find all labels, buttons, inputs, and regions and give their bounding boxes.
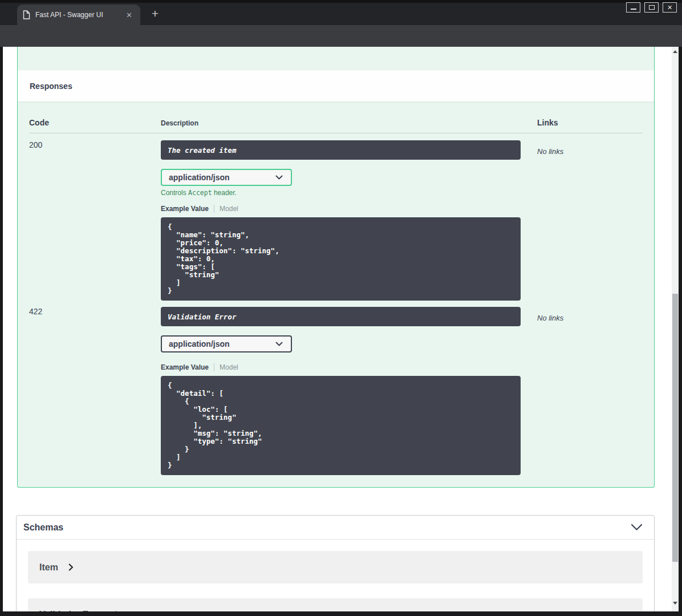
tab-title: Fast API - Swagger UI — [35, 11, 124, 19]
response-links-cell: No links — [537, 307, 643, 475]
maximize-button[interactable] — [644, 2, 659, 13]
chevron-down-icon — [275, 175, 283, 180]
response-row-422: 422 Validation Error application/json Ex… — [29, 301, 643, 475]
media-type-value: application/json — [169, 173, 230, 182]
window-edge-left — [0, 47, 3, 616]
response-description: Validation Error — [161, 307, 521, 326]
tab-example-value[interactable]: Example Value — [161, 205, 209, 213]
window-controls: ✕ — [626, 2, 677, 13]
response-description: The created item — [161, 140, 521, 160]
example-model-tabs: Example Value Model — [161, 205, 537, 213]
chevron-down-icon — [275, 342, 283, 347]
schemas-title: Schemas — [23, 522, 63, 533]
operation-block: Responses Code Description Links 200 The… — [17, 47, 655, 488]
tab-close-icon[interactable]: ✕ — [124, 10, 135, 20]
schemas-section: Schemas Item ValidationError — [16, 515, 655, 611]
new-tab-button[interactable]: + — [147, 6, 163, 22]
close-window-button[interactable]: ✕ — [663, 2, 677, 13]
response-code: 200 — [29, 140, 161, 301]
browser-tab[interactable]: Fast API - Swagger UI ✕ — [17, 5, 140, 25]
window-edge-right — [679, 47, 682, 616]
schema-card-validationerror[interactable]: ValidationError — [28, 598, 643, 611]
tab-model[interactable]: Model — [220, 205, 238, 213]
hint-prefix: Controls — [161, 189, 188, 197]
responses-table-header: Code Description Links — [29, 118, 643, 127]
window-edge-bottom — [0, 611, 682, 616]
column-header-description: Description — [161, 119, 537, 127]
column-header-code: Code — [29, 118, 161, 127]
column-header-links: Links — [537, 118, 643, 127]
tab-example-value[interactable]: Example Value — [161, 363, 209, 371]
no-links-text: No links — [537, 140, 643, 156]
chevron-down-icon[interactable] — [631, 524, 643, 531]
schemas-list: Item ValidationError — [17, 540, 654, 611]
scrollbar[interactable] — [672, 47, 679, 611]
responses-title: Responses — [30, 82, 72, 91]
response-links-cell: No links — [537, 140, 643, 301]
chevron-right-icon — [68, 564, 74, 571]
schema-card-item[interactable]: Item — [28, 551, 643, 583]
response-code: 422 — [29, 307, 161, 475]
minimize-icon — [631, 9, 636, 10]
hint-suffix: header. — [212, 189, 237, 197]
response-description-cell: Validation Error application/json Exampl… — [161, 307, 537, 475]
close-window-icon: ✕ — [667, 5, 672, 11]
scrollbar-down-icon[interactable] — [673, 602, 677, 605]
document-icon — [23, 10, 30, 19]
example-json-block: { "detail": [ { "loc": [ "string" ], "ms… — [161, 376, 521, 475]
schemas-header[interactable]: Schemas — [17, 516, 654, 540]
example-json-block: { "name": "string", "price": 0, "descrip… — [161, 217, 521, 301]
scrollbar-up-icon[interactable] — [673, 50, 677, 53]
response-row-200: 200 The created item application/json Co… — [29, 133, 643, 301]
page-content: Responses Code Description Links 200 The… — [3, 47, 672, 611]
media-type-select[interactable]: application/json — [161, 169, 292, 186]
window-top-border — [0, 0, 682, 3]
response-description-cell: The created item application/json Contro… — [161, 140, 537, 301]
responses-table: Code Description Links 200 The created i… — [18, 118, 654, 475]
tab-strip: Fast API - Swagger UI ✕ + ✕ — [0, 0, 682, 25]
tab-separator — [214, 205, 214, 213]
minimize-button[interactable] — [626, 2, 640, 13]
responses-section-header: Responses — [18, 70, 654, 102]
accept-header-hint: Controls Accept header. — [161, 189, 537, 197]
schema-name: Item — [39, 562, 58, 573]
media-type-value: application/json — [169, 339, 230, 348]
example-model-tabs: Example Value Model — [161, 363, 537, 371]
scrollbar-thumb[interactable] — [672, 294, 678, 562]
tab-separator — [214, 363, 214, 371]
browser-toolbar: 127.0.0.1:8000/docs ⋮ — [0, 25, 682, 47]
no-links-text: No links — [537, 307, 643, 322]
maximize-icon — [649, 5, 655, 10]
media-type-select[interactable]: application/json — [161, 335, 292, 352]
tab-model[interactable]: Model — [220, 363, 238, 371]
hint-code: Accept — [188, 189, 212, 197]
